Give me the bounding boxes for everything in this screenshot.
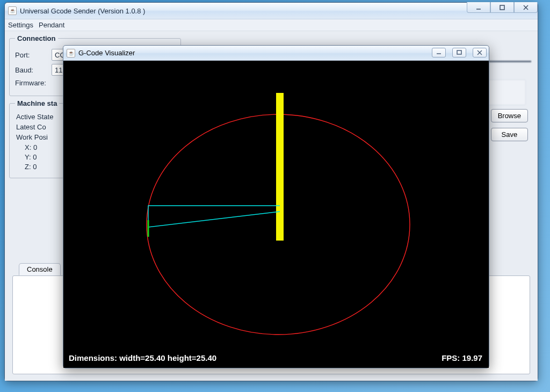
visualizer-window-buttons: [432, 48, 487, 57]
maximize-button[interactable]: [490, 2, 514, 13]
yellow-tool-indicator: [276, 93, 284, 241]
sub-close-button[interactable]: [473, 48, 487, 57]
close-button[interactable]: [514, 2, 538, 13]
menu-settings[interactable]: Settings: [8, 21, 33, 29]
visualizer-title: G-Code Visualizer: [78, 49, 135, 57]
dimensions-overlay: Dimensions: width=25.40 height=25.40: [69, 353, 216, 362]
visualizer-titlebar[interactable]: ☕ G-Code Visualizer: [63, 46, 489, 61]
right-buttons: Browse Save: [491, 109, 528, 141]
cyan-toolpath: [148, 206, 280, 227]
svg-rect-5: [457, 50, 461, 54]
main-title: Universal Gcode Sender (Version 1.0.8 ): [20, 7, 145, 15]
java-icon: ☕: [8, 6, 17, 15]
machine-legend: Machine sta: [15, 99, 59, 107]
sub-minimize-button[interactable]: [432, 48, 446, 57]
save-button[interactable]: Save: [491, 128, 528, 141]
port-label: Port:: [15, 51, 47, 59]
main-titlebar[interactable]: ☕ Universal Gcode Sender (Version 1.0.8 …: [5, 3, 538, 19]
gcode-visualization: [63, 61, 489, 368]
sub-maximize-button[interactable]: [452, 48, 466, 57]
minimize-button[interactable]: [467, 2, 490, 13]
connection-legend: Connection: [15, 34, 58, 42]
console-tab[interactable]: Console: [19, 263, 61, 275]
java-icon: ☕: [67, 49, 75, 57]
menubar: Settings Pendant: [5, 19, 538, 31]
browse-button[interactable]: Browse: [491, 109, 528, 122]
visualizer-window: ☕ G-Code Visualizer Dimensions: width=25…: [63, 45, 489, 368]
main-window-buttons: [467, 3, 538, 13]
menu-pendant[interactable]: Pendant: [39, 21, 64, 29]
baud-label: Baud:: [15, 66, 47, 74]
firmware-label: Firmware:: [15, 79, 53, 87]
svg-rect-1: [500, 5, 504, 10]
visualizer-canvas[interactable]: Dimensions: width=25.40 height=25.40 FPS…: [63, 61, 489, 368]
fps-overlay: FPS: 19.97: [442, 353, 482, 362]
